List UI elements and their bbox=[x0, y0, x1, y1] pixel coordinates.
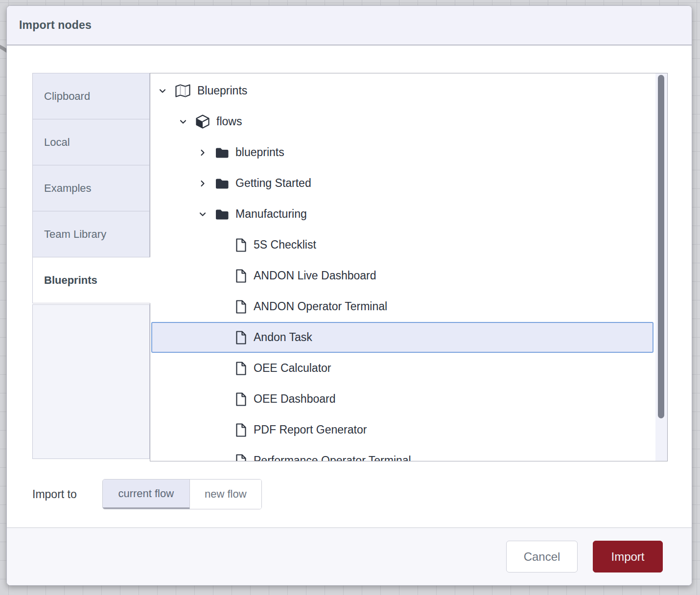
tab-local[interactable]: Local bbox=[32, 119, 150, 165]
tab-clipboard[interactable]: Clipboard bbox=[32, 73, 150, 119]
chevron-down-icon[interactable] bbox=[178, 117, 188, 127]
library-source-tabs: Clipboard Local Examples Team Library Bl… bbox=[32, 73, 150, 459]
tree-item-getting-started[interactable]: Getting Started bbox=[151, 168, 653, 199]
tree-rows: Blueprints flows bbox=[150, 73, 667, 461]
chevron-down-icon[interactable] bbox=[198, 209, 208, 219]
tree-scrollbar[interactable] bbox=[655, 73, 667, 461]
import-to-label: Import to bbox=[32, 488, 77, 501]
import-destination-row: Import to current flow new flow bbox=[32, 479, 262, 509]
tree-item-andon-live-dashboard[interactable]: ANDON Live Dashboard bbox=[151, 260, 653, 291]
tree-item-andon-task[interactable]: Andon Task bbox=[151, 322, 653, 353]
tab-examples[interactable]: Examples bbox=[32, 165, 150, 211]
tree-item-blueprints-root[interactable]: Blueprints bbox=[151, 75, 653, 106]
chevron-right-icon[interactable] bbox=[198, 148, 208, 158]
map-icon bbox=[175, 84, 190, 97]
cancel-button[interactable]: Cancel bbox=[506, 541, 578, 572]
scrollbar-thumb[interactable] bbox=[658, 75, 664, 418]
tab-team-library[interactable]: Team Library bbox=[32, 211, 150, 257]
file-icon bbox=[235, 238, 247, 252]
tab-label: Local bbox=[44, 136, 70, 149]
tree-item-flows[interactable]: flows bbox=[151, 106, 653, 137]
file-icon bbox=[235, 331, 247, 344]
tree-item-label: PDF Report Generator bbox=[254, 423, 367, 436]
tab-label: Blueprints bbox=[44, 274, 97, 287]
tabs-filler bbox=[32, 304, 150, 459]
tree-item-label: Blueprints bbox=[197, 84, 247, 97]
file-icon bbox=[235, 392, 247, 406]
tree-item-oee-calculator[interactable]: OEE Calculator bbox=[151, 353, 653, 384]
folder-icon bbox=[215, 147, 229, 158]
tab-label: Examples bbox=[44, 182, 92, 195]
tab-label: Clipboard bbox=[44, 90, 90, 103]
tree-item-label: blueprints bbox=[235, 146, 284, 159]
tree-item-andon-operator-terminal[interactable]: ANDON Operator Terminal bbox=[151, 291, 653, 322]
tree-item-blueprints-folder[interactable]: blueprints bbox=[151, 137, 653, 168]
library-tree: Blueprints flows bbox=[150, 73, 668, 461]
tree-item-label: Performance Operator Terminal bbox=[254, 454, 411, 461]
chevron-right-icon[interactable] bbox=[198, 179, 208, 188]
tree-item-5s-checklist[interactable]: 5S Checklist bbox=[151, 229, 653, 260]
cube-icon bbox=[196, 114, 210, 129]
tree-item-label: flows bbox=[216, 115, 242, 128]
tree-item-label: Getting Started bbox=[235, 177, 311, 190]
tree-item-label: OEE Calculator bbox=[254, 362, 331, 375]
folder-icon bbox=[215, 178, 229, 189]
file-icon bbox=[235, 269, 247, 283]
new-flow-button[interactable]: new flow bbox=[189, 480, 261, 509]
import-nodes-dialog: Import nodes Clipboard Local Examples Te… bbox=[6, 5, 692, 586]
tree-item-label: ANDON Operator Terminal bbox=[254, 300, 387, 313]
tree-item-label: 5S Checklist bbox=[254, 238, 316, 252]
dialog-header: Import nodes bbox=[7, 6, 692, 46]
dialog-footer: Cancel Import bbox=[7, 527, 692, 585]
tree-item-oee-dashboard[interactable]: OEE Dashboard bbox=[151, 384, 653, 414]
tree-item-label: Manufacturing bbox=[235, 207, 307, 221]
folder-icon bbox=[215, 209, 229, 220]
tree-item-pdf-report-generator[interactable]: PDF Report Generator bbox=[151, 414, 653, 445]
import-button[interactable]: Import bbox=[593, 541, 663, 572]
tab-label: Team Library bbox=[44, 228, 106, 241]
tree-item-label: ANDON Live Dashboard bbox=[254, 269, 376, 282]
chevron-down-icon[interactable] bbox=[158, 86, 167, 96]
file-icon bbox=[235, 423, 247, 437]
dialog-title: Import nodes bbox=[19, 19, 92, 32]
tree-item-label: Andon Task bbox=[254, 331, 312, 344]
import-destination-toggle: current flow new flow bbox=[102, 479, 262, 509]
tree-item-manufacturing[interactable]: Manufacturing bbox=[151, 199, 653, 229]
file-icon bbox=[235, 454, 247, 462]
current-flow-button[interactable]: current flow bbox=[103, 480, 189, 509]
file-icon bbox=[235, 362, 247, 375]
tab-blueprints[interactable]: Blueprints bbox=[32, 257, 150, 303]
file-icon bbox=[235, 300, 247, 314]
tree-item-performance-operator-terminal[interactable]: Performance Operator Terminal bbox=[151, 445, 653, 461]
tree-item-label: OEE Dashboard bbox=[254, 392, 335, 406]
dialog-body: Clipboard Local Examples Team Library Bl… bbox=[7, 46, 692, 527]
